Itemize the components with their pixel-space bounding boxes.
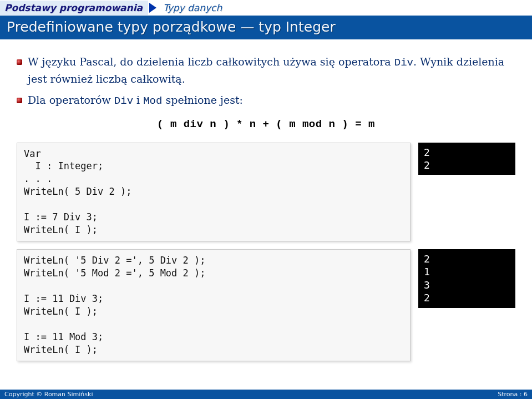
paragraph-1: W języku Pascal, do dzielenia liczb całk…	[17, 54, 515, 87]
page-title: Predefiniowane typy porządkowe — typ Int…	[0, 16, 532, 39]
para2-text-mid: i	[133, 94, 143, 106]
paragraph-2: Dla operatorów Div i Mod spełnione jest:	[17, 92, 515, 109]
breadcrumb-item-1: Podstawy programowania	[0, 1, 148, 15]
breadcrumb-arrow-icon	[149, 3, 156, 13]
console-output-1: 2 2	[418, 143, 515, 175]
breadcrumb: Podstawy programowania Typy danych	[0, 0, 532, 16]
slide-content: W języku Pascal, do dzielenia liczb całk…	[0, 39, 532, 375]
para1-code: Div	[394, 57, 413, 69]
code-row-1: Var I : Integer; . . . WriteLn( 5 Div 2 …	[17, 143, 515, 242]
code-block-2: WriteLn( '5 Div 2 =', 5 Div 2 ); WriteLn…	[17, 249, 411, 361]
para1-text-pre: W języku Pascal, do dzielenia liczb całk…	[28, 55, 394, 68]
bullet-icon	[17, 98, 22, 103]
para2-code-mod: Mod	[143, 95, 162, 107]
para2-text-post: spełnione jest:	[162, 94, 243, 106]
math-identity: ( m div n ) * n + ( m mod n ) = m	[17, 118, 515, 130]
console-output-2: 2 1 3 2	[418, 249, 515, 308]
breadcrumb-item-2: Typy danych	[160, 1, 225, 15]
code-block-1: Var I : Integer; . . . WriteLn( 5 Div 2 …	[17, 143, 411, 242]
footer-copyright: Copyright © Roman Simiński	[4, 391, 93, 398]
footer: Copyright © Roman Simiński Strona : 6	[0, 390, 532, 399]
code-row-2: WriteLn( '5 Div 2 =', 5 Div 2 ); WriteLn…	[17, 249, 515, 361]
para2-code-div: Div	[114, 95, 133, 107]
footer-page-number: Strona : 6	[498, 391, 528, 398]
para2-text-pre: Dla operatorów	[28, 94, 114, 106]
bullet-icon	[17, 59, 22, 65]
